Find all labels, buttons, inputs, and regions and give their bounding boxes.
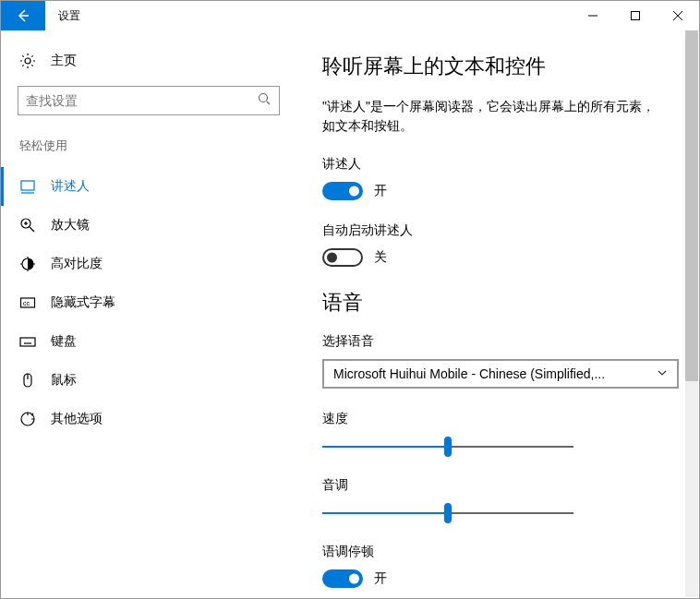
captions-icon: cc — [19, 294, 36, 311]
sidebar-item-label: 放大镜 — [51, 217, 90, 234]
scrollbar-thumb[interactable] — [685, 30, 698, 381]
gear-icon — [19, 53, 36, 69]
sidebar-item-label: 鼠标 — [51, 372, 77, 389]
speed-slider[interactable] — [322, 437, 573, 457]
page-heading: 聆听屏幕上的文本和控件 — [322, 53, 682, 80]
sidebar-item-contrast[interactable]: 高对比度 — [1, 245, 296, 283]
speed-label: 速度 — [322, 411, 682, 427]
svg-rect-8 — [21, 181, 34, 190]
svg-text:cc: cc — [23, 300, 30, 306]
search-icon — [257, 91, 272, 110]
voice-selected: Microsoft Huihui Mobile - Chinese (Simpl… — [333, 366, 605, 381]
narrator-icon — [19, 178, 36, 195]
magnifier-icon — [19, 217, 36, 234]
arrow-left-icon — [16, 8, 30, 23]
mouse-icon — [19, 372, 36, 389]
pause-state: 开 — [374, 570, 387, 587]
pitch-label: 音调 — [322, 477, 682, 494]
sidebar-item-mouse[interactable]: 鼠标 — [1, 361, 296, 400]
titlebar: 设置 — [1, 1, 699, 30]
svg-point-5 — [25, 58, 30, 64]
svg-point-6 — [259, 94, 268, 102]
autostart-label: 自动启动讲述人 — [322, 222, 682, 239]
sidebar-item-captions[interactable]: cc 隐藏式字幕 — [1, 283, 296, 322]
voice-heading: 语音 — [322, 289, 682, 317]
narrator-toggle[interactable] — [322, 182, 363, 200]
sidebar-item-label: 高对比度 — [51, 256, 103, 272]
scrollbar[interactable] — [685, 30, 698, 597]
sidebar-item-label: 讲述人 — [51, 178, 90, 195]
contrast-icon — [19, 256, 36, 272]
home-link[interactable]: 主页 — [1, 43, 296, 78]
back-button[interactable] — [1, 1, 45, 30]
minimize-button[interactable] — [572, 1, 614, 30]
keyboard-icon — [19, 333, 36, 350]
sidebar: 主页 轻松使用 讲述人 放大镜 高对比度 cc 隐藏式字幕 键盘 鼠 — [1, 30, 296, 598]
sidebar-item-label: 其他选项 — [51, 411, 103, 427]
close-button[interactable] — [657, 1, 699, 30]
sidebar-item-label: 键盘 — [51, 333, 77, 350]
pause-label: 语调停顿 — [322, 544, 682, 560]
svg-rect-21 — [20, 338, 35, 346]
svg-rect-2 — [632, 12, 640, 20]
voice-dropdown[interactable]: Microsoft Huihui Mobile - Chinese (Simpl… — [322, 359, 679, 389]
home-label: 主页 — [51, 53, 77, 69]
choose-voice-label: 选择语音 — [322, 333, 682, 350]
maximize-button[interactable] — [614, 1, 657, 30]
autostart-toggle[interactable] — [322, 248, 363, 267]
pitch-slider[interactable] — [322, 503, 573, 523]
narrator-state: 开 — [374, 183, 387, 199]
svg-line-7 — [267, 102, 270, 104]
search-field[interactable] — [26, 93, 257, 108]
main-content: 聆听屏幕上的文本和控件 "讲述人"是一个屏幕阅读器，它会读出屏幕上的所有元素，如… — [296, 30, 699, 598]
sidebar-item-magnifier[interactable]: 放大镜 — [1, 206, 296, 245]
sidebar-item-other[interactable]: 其他选项 — [1, 400, 296, 438]
autostart-state: 关 — [374, 249, 387, 266]
chevron-down-icon — [657, 366, 668, 381]
search-input[interactable] — [18, 86, 280, 115]
sidebar-item-narrator[interactable]: 讲述人 — [1, 167, 296, 206]
page-description: "讲述人"是一个屏幕阅读器，它会读出屏幕上的所有元素，如文本和按钮。 — [322, 97, 664, 136]
sidebar-item-keyboard[interactable]: 键盘 — [1, 322, 296, 361]
other-icon — [19, 411, 36, 427]
window-controls — [572, 1, 699, 30]
category-label: 轻松使用 — [1, 132, 296, 167]
narrator-label: 讲述人 — [322, 156, 682, 173]
svg-line-11 — [30, 227, 34, 232]
window-title: 设置 — [45, 1, 572, 30]
sidebar-item-label: 隐藏式字幕 — [51, 294, 115, 311]
pause-toggle[interactable] — [322, 569, 363, 588]
